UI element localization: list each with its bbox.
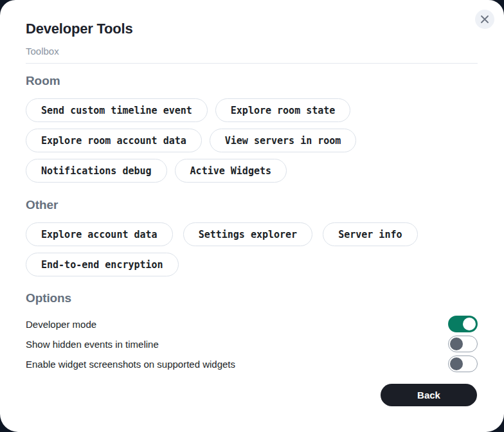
send-custom-timeline-event-button[interactable]: Send custom timeline event [26, 98, 208, 122]
explore-room-account-data-button[interactable]: Explore room account data [26, 129, 202, 152]
options-list: Developer mode Show hidden events in tim… [26, 316, 478, 372]
notifications-debug-button[interactable]: Notifications debug [26, 159, 167, 183]
widget-screenshots-label: Enable widget screenshots on supported w… [26, 359, 235, 370]
toggle-knob [450, 357, 463, 370]
option-row-developer-mode: Developer mode [26, 316, 478, 332]
section-heading-options: Options [26, 291, 478, 305]
other-button-row: Explore account data Settings explorer S… [26, 222, 478, 276]
end-to-end-encryption-button[interactable]: End-to-end encryption [26, 253, 179, 276]
developer-mode-label: Developer mode [26, 319, 96, 330]
developer-tools-dialog: Developer Tools Toolbox Room Send custom… [0, 0, 504, 432]
toggle-knob [463, 318, 476, 330]
toolbox-category-label: Toolbox [26, 46, 59, 57]
close-button[interactable] [475, 10, 494, 29]
settings-explorer-button[interactable]: Settings explorer [183, 222, 313, 246]
explore-room-state-button[interactable]: Explore room state [215, 98, 351, 122]
server-info-button[interactable]: Server info [323, 222, 417, 246]
section-heading-other: Other [26, 198, 478, 212]
show-hidden-events-label: Show hidden events in timeline [26, 339, 159, 350]
option-row-show-hidden-events: Show hidden events in timeline [26, 336, 478, 352]
active-widgets-button[interactable]: Active Widgets [175, 159, 287, 183]
option-row-widget-screenshots: Enable widget screenshots on supported w… [26, 356, 478, 372]
show-hidden-events-toggle[interactable] [448, 336, 478, 352]
toolbox-divider-row: Toolbox [26, 46, 478, 64]
page-title: Developer Tools [26, 21, 478, 37]
close-icon [480, 15, 489, 24]
back-button[interactable]: Back [381, 384, 477, 406]
explore-account-data-button[interactable]: Explore account data [26, 222, 173, 246]
toggle-knob [450, 338, 463, 350]
widget-screenshots-toggle[interactable] [448, 356, 478, 372]
developer-mode-toggle[interactable] [448, 316, 478, 332]
room-button-row: Send custom timeline event Explore room … [26, 98, 478, 183]
section-heading-room: Room [26, 74, 478, 88]
dialog-footer: Back [26, 384, 478, 406]
view-servers-in-room-button[interactable]: View servers in room [210, 129, 357, 152]
